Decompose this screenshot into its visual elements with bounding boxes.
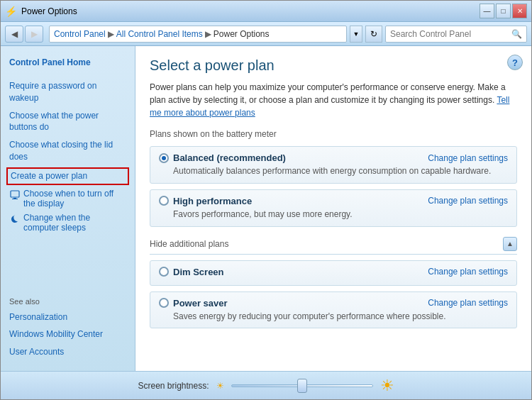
brightness-label: Screen brightness: bbox=[138, 381, 209, 391]
dim-screen-plan-card: Dim Screen Change plan settings bbox=[150, 260, 517, 286]
sidebar-link-password[interactable]: Require a password on wakeup bbox=[1, 77, 135, 107]
see-also-title: See also bbox=[9, 297, 126, 306]
moon-icon bbox=[9, 213, 21, 225]
sidebar-link-turn-off-display-label: Choose when to turn off the display bbox=[23, 189, 126, 209]
sidebar-link-sleep[interactable]: Change when the computer sleeps bbox=[1, 211, 135, 235]
breadcrumb-bar: Control Panel ▶ All Control Panel Items … bbox=[49, 26, 347, 43]
content-area: Control Panel Home Require a password on… bbox=[1, 46, 531, 371]
collapse-button[interactable]: ▲ bbox=[503, 237, 517, 251]
brightness-high-icon: ☀ bbox=[380, 377, 394, 395]
maximize-button[interactable]: □ bbox=[496, 4, 511, 18]
minimize-button[interactable]: — bbox=[480, 4, 494, 18]
power-saver-radio[interactable] bbox=[159, 298, 169, 308]
sidebar: Control Panel Home Require a password on… bbox=[1, 46, 135, 371]
sidebar-link-create-plan[interactable]: Create a power plan bbox=[6, 167, 129, 185]
bottom-bar: Screen brightness: ☀ ☀ bbox=[1, 371, 531, 399]
close-button[interactable]: ✕ bbox=[512, 4, 527, 18]
high-performance-plan-card: High performance Change plan settings Fa… bbox=[150, 189, 517, 227]
sidebar-see-also: See also Personalization Windows Mobilit… bbox=[1, 290, 135, 364]
sidebar-nav: Require a password on wakeup Choose what… bbox=[1, 77, 135, 235]
high-performance-plan-description: Favors performance, but may use more ene… bbox=[173, 209, 508, 221]
breadcrumb-sep-1: ▶ bbox=[108, 29, 114, 39]
balanced-radio[interactable] bbox=[159, 153, 169, 163]
power-saver-plan-header: Power saver Change plan settings bbox=[159, 298, 508, 309]
high-performance-plan-header: High performance Change plan settings bbox=[159, 196, 508, 206]
dim-screen-radio[interactable] bbox=[159, 267, 169, 277]
sidebar-link-personalization[interactable]: Personalization bbox=[9, 309, 126, 326]
sidebar-link-user-accounts[interactable]: User Accounts bbox=[9, 343, 126, 361]
balanced-plan-name-row: Balanced (recommended) bbox=[159, 152, 286, 163]
monitor-icon bbox=[9, 189, 21, 201]
brightness-slider-track bbox=[231, 384, 373, 387]
dim-screen-change-link[interactable]: Change plan settings bbox=[428, 267, 508, 277]
section-label: Plans shown on the battery meter bbox=[150, 129, 517, 139]
balanced-change-link[interactable]: Change plan settings bbox=[428, 153, 508, 163]
window-controls: — □ ✕ bbox=[480, 4, 527, 18]
high-performance-change-link[interactable]: Change plan settings bbox=[428, 196, 508, 206]
sidebar-link-sleep-label: Change when the computer sleeps bbox=[23, 213, 126, 233]
dim-screen-plan-name-row: Dim Screen bbox=[159, 267, 224, 277]
brightness-slider-thumb[interactable] bbox=[297, 379, 307, 393]
balanced-plan-name: Balanced (recommended) bbox=[173, 152, 286, 163]
breadcrumb-dropdown[interactable]: ▼ bbox=[350, 26, 362, 43]
breadcrumb-sep-2: ▶ bbox=[205, 29, 211, 39]
balanced-plan-header: Balanced (recommended) Change plan setti… bbox=[159, 152, 508, 163]
main-panel: ? Select a power plan Power plans can he… bbox=[135, 46, 531, 371]
power-saver-plan-name: Power saver bbox=[173, 298, 228, 309]
high-performance-radio[interactable] bbox=[159, 196, 169, 206]
sidebar-link-closing-lid[interactable]: Choose what closing the lid does bbox=[1, 136, 135, 166]
svg-rect-0 bbox=[11, 191, 19, 197]
power-saver-plan-card: Power saver Change plan settings Saves e… bbox=[150, 291, 517, 329]
balanced-plan-description: Automatically balances performance with … bbox=[173, 165, 508, 177]
sidebar-link-mobility[interactable]: Windows Mobility Center bbox=[9, 326, 126, 343]
window-title-text: Power Options bbox=[21, 6, 77, 16]
hide-additional-plans-section: Hide additional plans ▲ Dim Screen Chang… bbox=[150, 234, 517, 329]
dim-screen-plan-name: Dim Screen bbox=[173, 267, 224, 277]
address-bar: ◀ ▶ Control Panel ▶ All Control Panel It… bbox=[1, 22, 531, 46]
breadcrumb-current: Power Options bbox=[214, 29, 270, 39]
title-bar-left: ⚡ Power Options bbox=[5, 6, 77, 17]
balanced-plan-card: Balanced (recommended) Change plan setti… bbox=[150, 146, 517, 184]
window-title-icon: ⚡ bbox=[5, 6, 17, 17]
hide-section-header: Hide additional plans ▲ bbox=[150, 234, 517, 255]
sidebar-link-power-buttons[interactable]: Choose what the power buttons do bbox=[1, 107, 135, 137]
page-title: Select a power plan bbox=[150, 57, 517, 74]
sidebar-home-link[interactable]: Control Panel Home bbox=[1, 53, 135, 72]
high-performance-plan-name: High performance bbox=[173, 196, 252, 206]
back-button[interactable]: ◀ bbox=[5, 26, 23, 43]
refresh-button[interactable]: ↻ bbox=[365, 26, 382, 43]
brightness-low-icon: ☀ bbox=[216, 381, 224, 391]
high-performance-plan-name-row: High performance bbox=[159, 196, 252, 206]
power-saver-change-link[interactable]: Change plan settings bbox=[428, 298, 508, 308]
forward-button[interactable]: ▶ bbox=[25, 26, 43, 43]
search-box: 🔍 bbox=[385, 26, 527, 43]
main-window: ⚡ Power Options — □ ✕ ◀ ▶ Control Panel … bbox=[0, 0, 532, 400]
power-saver-plan-name-row: Power saver bbox=[159, 298, 228, 309]
hide-section-label: Hide additional plans bbox=[150, 239, 228, 249]
power-saver-plan-description: Saves energy by reducing your computer's… bbox=[173, 311, 508, 323]
breadcrumb-all-items[interactable]: All Control Panel Items bbox=[116, 29, 203, 39]
svg-rect-2 bbox=[12, 199, 18, 199]
title-bar: ⚡ Power Options — □ ✕ bbox=[1, 1, 531, 22]
sidebar-link-turn-off-display[interactable]: Choose when to turn off the display bbox=[1, 187, 135, 211]
dim-screen-plan-header: Dim Screen Change plan settings bbox=[159, 267, 508, 277]
nav-buttons: ◀ ▶ bbox=[5, 26, 43, 43]
search-icon[interactable]: 🔍 bbox=[511, 29, 522, 39]
breadcrumb-control-panel[interactable]: Control Panel bbox=[54, 29, 106, 39]
help-button[interactable]: ? bbox=[507, 55, 523, 70]
search-input[interactable] bbox=[390, 29, 511, 39]
page-description-text: Power plans can help you maximize your c… bbox=[150, 82, 506, 105]
page-description: Power plans can help you maximize your c… bbox=[150, 81, 517, 119]
